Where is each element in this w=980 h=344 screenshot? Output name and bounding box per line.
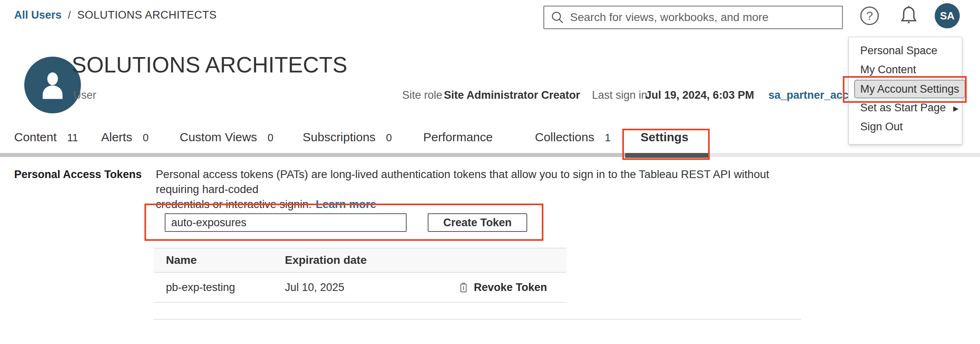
menu-item-my-account-settings[interactable]: My Account Settings — [849, 79, 962, 98]
tokens-table: Name Expiration date pb-exp-testing Jul … — [154, 248, 566, 303]
pat-description-line2: credentials or interactive signin.Learn … — [156, 197, 811, 212]
column-header-expiration-date: Expiration date — [285, 254, 445, 267]
create-token-button[interactable]: Create Token — [428, 213, 527, 232]
revoke-token-label: Revoke Token — [474, 281, 547, 294]
menu-item-set-as-start-page[interactable]: Set as Start Page▶ — [849, 98, 962, 117]
tab-settings[interactable]: Settings — [641, 130, 688, 144]
tab-subscriptions[interactable]: Subscriptions0 — [303, 130, 392, 144]
site-role-label: Site role — [402, 89, 442, 102]
token-name-input[interactable] — [165, 213, 407, 232]
set-as-start-page-label: Set as Start Page — [860, 102, 946, 114]
page-title: SOLUTIONS ARCHITECTS — [72, 52, 347, 78]
tokens-table-header: Name Expiration date — [154, 248, 566, 273]
trash-icon — [458, 281, 469, 293]
last-sign-in-value: Jul 19, 2024, 6:03 PM — [645, 89, 754, 102]
search-icon — [551, 11, 564, 24]
avatar-initials: SA — [940, 10, 955, 22]
table-row: pb-exp-testing Jul 10, 2025 Revoke Token — [154, 273, 566, 303]
breadcrumb: All Users / SOLUTIONS ARCHITECTS — [14, 9, 217, 21]
last-sign-in-label: Last sign in — [592, 89, 647, 102]
person-icon — [34, 66, 71, 104]
learn-more-link[interactable]: Learn more — [316, 198, 376, 210]
tab-bar-divider-right — [709, 153, 980, 157]
tab-content-count: 11 — [67, 132, 78, 144]
column-header-name: Name — [154, 254, 285, 267]
account-name-link[interactable]: sa_partner_accou — [768, 89, 862, 102]
help-glyph: ? — [866, 9, 873, 23]
section-divider — [154, 319, 801, 320]
breadcrumb-current-page: SOLUTIONS ARCHITECTS — [77, 9, 217, 21]
my-account-settings-highlight[interactable]: My Account Settings — [854, 80, 965, 98]
submenu-arrow-icon: ▶ — [953, 105, 959, 113]
tab-custom-views[interactable]: Custom Views0 — [180, 130, 274, 144]
menu-item-my-content[interactable]: My Content — [849, 60, 962, 79]
user-type-label: User — [73, 89, 96, 102]
breadcrumb-all-users-link[interactable]: All Users — [14, 9, 62, 21]
breadcrumb-separator: / — [68, 9, 71, 21]
notifications-bell-icon[interactable] — [897, 4, 920, 28]
token-expiration-cell: Jul 10, 2025 — [285, 281, 445, 294]
search-bar[interactable] — [543, 6, 843, 29]
account-dropdown-menu: Personal Space My Content My Account Set… — [848, 37, 962, 144]
pat-description: Personal access tokens (PATs) are long-l… — [156, 167, 811, 212]
menu-item-sign-out[interactable]: Sign Out — [849, 117, 962, 136]
tab-bar-divider — [0, 153, 625, 157]
tab-custom-views-count: 0 — [267, 132, 273, 144]
tab-content[interactable]: Content11 — [14, 130, 78, 144]
menu-item-personal-space[interactable]: Personal Space — [849, 41, 962, 60]
tab-alerts[interactable]: Alerts0 — [101, 130, 148, 144]
site-role-value: Site Administrator Creator — [444, 89, 580, 102]
personal-access-tokens-label: Personal Access Tokens — [14, 168, 142, 181]
pat-description-line1: Personal access tokens (PATs) are long-l… — [156, 167, 811, 197]
search-input[interactable] — [570, 11, 836, 24]
tab-alerts-count: 0 — [143, 132, 148, 144]
token-name-cell: pb-exp-testing — [154, 281, 285, 294]
tab-settings-active-indicator — [625, 153, 709, 158]
tab-collections-count: 1 — [605, 132, 611, 144]
help-icon[interactable]: ? — [860, 6, 879, 25]
tab-performance[interactable]: Performance — [423, 130, 493, 144]
tab-collections[interactable]: Collections1 — [535, 130, 611, 144]
tab-subscriptions-count: 0 — [386, 132, 392, 144]
user-avatar-menu-button[interactable]: SA — [935, 3, 960, 28]
revoke-token-button[interactable]: Revoke Token — [445, 281, 566, 294]
